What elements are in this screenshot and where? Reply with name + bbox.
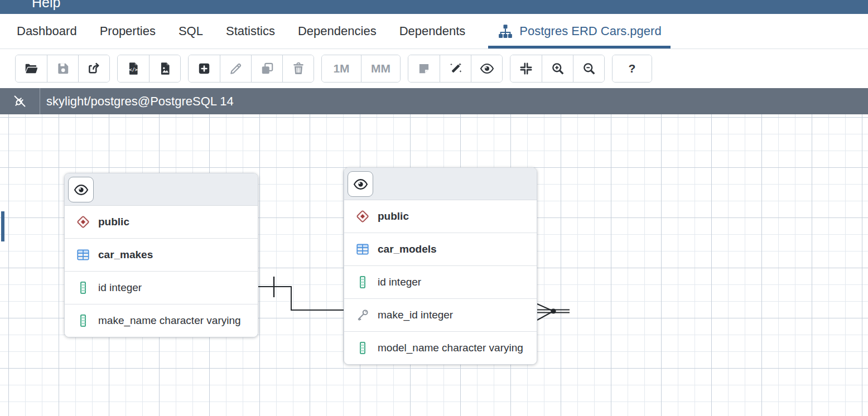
zoom-out-button[interactable] [573, 55, 604, 82]
show-details-button[interactable] [471, 55, 502, 82]
open-project-button[interactable] [16, 55, 47, 82]
drop-table-button[interactable] [282, 55, 314, 82]
row-label: model_name character varying [378, 341, 531, 355]
row-label: make_id integer [378, 308, 531, 322]
edit-button-group [188, 55, 314, 83]
key-icon [355, 308, 370, 322]
row-label: car_models [378, 242, 531, 257]
tab-properties[interactable]: Properties [100, 14, 156, 49]
column-row[interactable]: make_name character varying [65, 304, 258, 337]
node-header [344, 168, 537, 200]
table-node-car_makes[interactable]: publiccar_makesid integermake_name chara… [64, 173, 258, 337]
tab-label: Postgres ERD Cars.pgerd [519, 24, 661, 38]
dock-indicator-strip [1, 211, 4, 241]
add-note-button[interactable] [408, 55, 440, 82]
tab-label: Properties [100, 24, 156, 38]
tab-label: SQL [179, 24, 203, 38]
tab-dependents[interactable]: Dependents [399, 14, 466, 49]
row-label: public [98, 215, 252, 229]
view-button-group [408, 55, 503, 83]
eye-icon [353, 177, 368, 192]
column-icon [355, 275, 370, 289]
tab-dependencies[interactable]: Dependencies [298, 14, 377, 49]
download-image-button[interactable] [149, 55, 180, 82]
menu-help[interactable]: Help [32, 0, 60, 11]
zoom-to-fit-button[interactable] [510, 55, 542, 82]
row-label: id integer [98, 280, 252, 295]
table-name-row[interactable]: car_models [344, 233, 537, 265]
node-header [65, 173, 258, 206]
many-to-many-button[interactable]: MM [361, 55, 400, 82]
connection-label: skylight/postgres@PostgreSQL 14 [40, 94, 234, 109]
tab-label: Dependents [399, 24, 466, 38]
show-details-button[interactable] [348, 171, 373, 197]
tab-label: Dashboard [17, 24, 77, 38]
row-label: id integer [378, 275, 531, 289]
generate-sql-button[interactable]: </> [118, 55, 149, 82]
row-label: make_name character varying [98, 313, 252, 328]
relation-button-group: 1M MM [321, 55, 401, 83]
column-row[interactable]: make_id integer [344, 298, 537, 331]
tab-sql[interactable]: SQL [179, 14, 203, 49]
one-to-many-button[interactable]: 1M [322, 55, 361, 82]
clone-table-button[interactable] [251, 55, 282, 82]
tab-dashboard[interactable]: Dashboard [17, 14, 77, 49]
erd-toolbar: </> 1M MM [0, 49, 868, 88]
schema-icon [76, 215, 90, 229]
row-label: public [378, 209, 531, 224]
schema-row[interactable]: public [65, 206, 258, 238]
column-icon [355, 341, 370, 355]
zoom-in-button[interactable] [542, 55, 573, 82]
eye-icon [74, 182, 89, 197]
file-button-group [15, 55, 110, 83]
tab-erd-postgres-cars[interactable]: Postgres ERD Cars.pgerd [488, 14, 670, 49]
tab-label: Dependencies [298, 24, 377, 38]
help-button-group: ? [612, 55, 652, 83]
column-row[interactable]: id integer [344, 265, 537, 298]
auto-align-button[interactable] [440, 55, 471, 82]
tab-label: Statistics [226, 24, 275, 38]
menubar: Help [0, 0, 868, 14]
schema-row[interactable]: public [344, 200, 537, 233]
column-icon [76, 313, 90, 328]
help-button[interactable]: ? [613, 55, 652, 82]
zoom-button-group [510, 55, 605, 83]
cardinality-many-crowsfoot [537, 304, 570, 320]
svg-text:</>: </> [129, 67, 138, 72]
table-name-row[interactable]: car_makes [65, 238, 258, 271]
edit-table-button[interactable] [220, 55, 251, 82]
erd-diagram-icon [497, 23, 514, 40]
row-label: car_makes [98, 248, 252, 262]
generate-button-group: </> [117, 55, 181, 83]
column-icon [76, 280, 90, 295]
table-node-car_models[interactable]: publiccar_modelsid integermake_id intege… [344, 167, 537, 365]
disconnected-plug-icon [0, 93, 40, 109]
connection-status-bar: skylight/postgres@PostgreSQL 14 [0, 88, 868, 114]
pgadmin-erd-window: Help Dashboard Properties SQL Statistics… [0, 0, 868, 416]
table-icon [355, 242, 370, 257]
schema-icon [355, 209, 370, 224]
save-button[interactable] [47, 55, 78, 82]
erd-canvas[interactable]: publiccar_makesid integermake_name chara… [0, 114, 868, 416]
column-row[interactable]: model_name character varying [344, 331, 537, 364]
tab-statistics[interactable]: Statistics [226, 14, 275, 49]
column-row[interactable]: id integer [65, 271, 258, 304]
add-table-button[interactable] [189, 55, 220, 82]
tab-bar: Dashboard Properties SQL Statistics Depe… [0, 14, 868, 49]
show-details-button[interactable] [68, 177, 94, 202]
save-as-button[interactable] [78, 55, 109, 82]
table-icon [76, 248, 90, 262]
